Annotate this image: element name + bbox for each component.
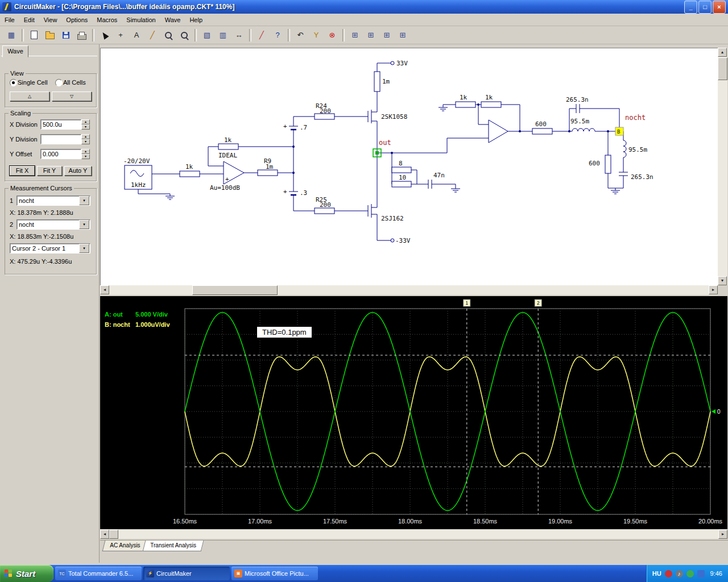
pcb-board-icon[interactable]: ▦ — [4, 28, 19, 43]
fit-y-button[interactable]: Fit Y — [37, 166, 62, 176]
resistor-rin[interactable] — [180, 171, 200, 177]
new-file-icon[interactable] — [27, 28, 42, 43]
terminal-33v[interactable] — [391, 61, 394, 65]
opamp-error[interactable] — [489, 120, 508, 143]
tab-ac-analysis[interactable]: AC Analysis — [102, 541, 148, 551]
zoom-tool-icon[interactable] — [177, 28, 192, 43]
scope-display-1-icon[interactable]: ⊞ — [348, 28, 362, 43]
spin-up-icon[interactable]: ▴ — [81, 119, 90, 124]
resistor-1k-a[interactable] — [456, 102, 475, 107]
resistor-8[interactable] — [392, 167, 411, 173]
terminal-minus33v[interactable] — [391, 239, 394, 242]
device-view-icon[interactable]: ▥ — [216, 28, 230, 43]
save-file-icon[interactable] — [59, 28, 73, 43]
run-probe-icon[interactable]: ╱ — [254, 28, 269, 43]
scope-display-3-icon[interactable]: ⊞ — [379, 28, 394, 43]
schematic-vscrollbar[interactable]: ▴ ▾ — [718, 48, 727, 285]
maximize-button[interactable]: □ — [698, 1, 712, 14]
minimize-button[interactable]: _ — [684, 1, 697, 14]
probe-tool-icon[interactable]: ╱ — [145, 28, 160, 43]
resistor-600-series[interactable] — [532, 128, 552, 134]
y-offset-spinner[interactable]: ▴ ▾ — [81, 149, 90, 159]
undo-icon[interactable]: ↶ — [293, 28, 308, 43]
cursor2-select[interactable]: nocht ▾ — [16, 219, 90, 230]
title-bar[interactable]: CircuitMaker - [C:\Program Files\...\buf… — [0, 0, 728, 14]
menu-view[interactable]: View — [39, 15, 62, 25]
search-part-icon[interactable]: ▧ — [200, 28, 214, 43]
zoom-in-icon[interactable] — [161, 28, 176, 43]
waveform-hscrollbar[interactable]: ◂ ▸ — [100, 530, 727, 539]
tab-wave[interactable]: Wave — [2, 45, 28, 57]
menu-file[interactable]: File — [0, 15, 19, 25]
fit-view-icon[interactable]: ↔ — [231, 28, 246, 43]
add-part-icon[interactable]: + — [113, 28, 128, 43]
taskbar-button-total-commander[interactable]: TC Total Commander 6.5... — [55, 567, 142, 580]
wave-hscroll-thumb[interactable] — [109, 530, 118, 539]
select-tool-icon[interactable] — [97, 28, 112, 43]
taskbar-button-office-picture[interactable]: ▣ Microsoft Office Pictu... — [231, 567, 318, 580]
resistor-r25[interactable] — [315, 208, 334, 214]
scroll-left-icon[interactable]: ◂ — [100, 285, 109, 294]
y-division-input[interactable] — [40, 134, 81, 144]
resistor-r9[interactable] — [258, 170, 278, 176]
schematic-hscrollbar[interactable]: ◂ ▸ — [100, 285, 718, 295]
cell-up-button[interactable]: △ — [10, 92, 49, 101]
menu-options[interactable]: Options — [61, 15, 92, 25]
y-division-spinner[interactable]: ▴ ▾ — [81, 134, 90, 144]
menu-help[interactable]: Help — [185, 15, 207, 25]
cursor-diff-select[interactable]: Cursor 2 - Cursor 1 ▾ — [10, 243, 90, 253]
hscroll-thumb[interactable] — [192, 285, 278, 295]
single-cell-radio[interactable] — [10, 79, 17, 86]
spin-up-icon[interactable]: ▴ — [81, 149, 90, 154]
language-indicator[interactable]: HU — [652, 570, 661, 577]
open-file-icon[interactable] — [43, 28, 57, 43]
wizard-icon[interactable]: Y — [309, 28, 324, 43]
waveform-display[interactable]: 12016.50ms17.00ms17.50ms18.00ms18.50ms19… — [100, 296, 727, 529]
close-button[interactable]: × — [713, 1, 726, 14]
start-button[interactable]: Start — [0, 565, 53, 582]
scheduler-tray-icon[interactable] — [697, 570, 705, 577]
resistor-10[interactable] — [392, 181, 411, 187]
cell-down-button[interactable]: ▽ — [52, 92, 92, 101]
menu-wave[interactable]: Wave — [160, 15, 185, 25]
resistor-feedback[interactable] — [218, 144, 238, 149]
chevron-down-icon[interactable]: ▾ — [79, 244, 89, 253]
scroll-up-icon[interactable]: ▴ — [718, 48, 727, 57]
taskbar-button-circuitmaker[interactable]: ⚡ CircuitMaker — [143, 567, 230, 580]
spin-down-icon[interactable]: ▾ — [81, 124, 90, 130]
chevron-down-icon[interactable]: ▾ — [79, 196, 89, 205]
auto-y-button[interactable]: Auto Y — [64, 166, 92, 176]
scope-display-4-icon[interactable]: ⊞ — [395, 28, 410, 43]
spin-up-icon[interactable]: ▴ — [81, 134, 90, 139]
x-division-spinner[interactable]: ▴ ▾ — [81, 119, 90, 130]
text-tool-icon[interactable]: A — [129, 28, 144, 43]
antivirus-tray-icon[interactable] — [665, 570, 672, 577]
scroll-right-icon[interactable]: ▸ — [709, 285, 718, 294]
schematic-canvas[interactable]: B 33V 1m 2SK1058 R24 200 + .7 + .3 1k ID… — [100, 48, 718, 285]
cursor1-select[interactable]: nocht ▾ — [16, 196, 90, 206]
network-tray-icon[interactable] — [686, 570, 694, 577]
print-icon[interactable] — [75, 28, 89, 43]
vscroll-thumb[interactable] — [718, 57, 727, 80]
spin-down-icon[interactable]: ▾ — [81, 139, 90, 144]
y-offset-input[interactable] — [40, 149, 81, 159]
scroll-right-icon[interactable]: ▸ — [718, 530, 727, 539]
scroll-left-icon[interactable]: ◂ — [100, 530, 109, 539]
menu-simulation[interactable]: Simulation — [122, 15, 160, 25]
stop-simulation-icon[interactable]: ⊗ — [325, 28, 340, 43]
spin-down-icon[interactable]: ▾ — [81, 154, 90, 159]
resistor-600-load[interactable] — [605, 155, 611, 173]
resistor-1m-drain[interactable] — [374, 72, 380, 92]
all-cells-radio[interactable] — [55, 79, 63, 86]
volume-tray-icon[interactable]: ♪ — [676, 570, 683, 577]
chevron-down-icon[interactable]: ▾ — [79, 220, 89, 229]
fit-x-button[interactable]: Fit X — [10, 166, 35, 176]
scroll-down-icon[interactable]: ▾ — [718, 276, 727, 285]
x-division-input[interactable] — [40, 119, 81, 130]
menu-edit[interactable]: Edit — [19, 15, 39, 25]
help-icon[interactable]: ? — [270, 28, 285, 43]
tab-transient-analysis[interactable]: Transient Analysis — [143, 541, 204, 551]
scope-display-2-icon[interactable]: ⊞ — [363, 28, 378, 43]
menu-macros[interactable]: Macros — [92, 15, 122, 25]
resistor-1k-b[interactable] — [481, 102, 501, 107]
